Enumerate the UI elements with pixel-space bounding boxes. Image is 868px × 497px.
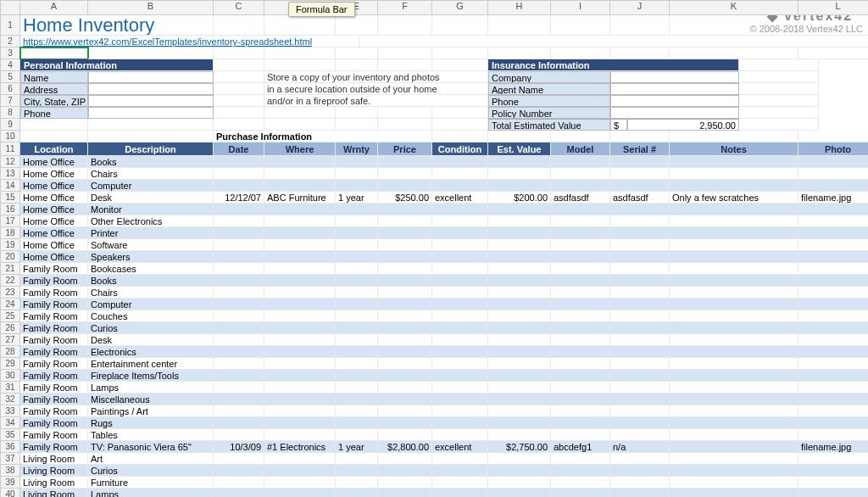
table-row[interactable]: 12Home OfficeBooks	[0, 156, 868, 168]
hdr-photo[interactable]: Photo	[798, 142, 868, 156]
table-row[interactable]: 18Home OfficePrinter	[0, 227, 868, 239]
table-row[interactable]: 23Family RoomChairs	[0, 287, 868, 299]
cell-model[interactable]	[551, 168, 610, 180]
cell-price[interactable]	[378, 156, 432, 168]
row-hdr[interactable]: 36	[0, 441, 20, 453]
cell-estvalue[interactable]	[488, 275, 551, 287]
hdr-location[interactable]: Location	[20, 142, 88, 156]
cell-estvalue[interactable]	[488, 382, 551, 394]
row-hdr[interactable]: 27	[0, 334, 20, 346]
col-hdr-K[interactable]: K	[670, 0, 798, 15]
cell-location[interactable]: Home Office	[20, 204, 88, 215]
row-8[interactable]: 8 Phone Policy Number	[0, 107, 868, 119]
cell-serial[interactable]	[610, 168, 670, 180]
cell-description[interactable]: Monitor	[88, 204, 214, 215]
cell-date[interactable]	[214, 310, 264, 322]
cell-date[interactable]	[214, 299, 264, 310]
cell-location[interactable]: Home Office	[20, 168, 88, 180]
cell-description[interactable]: Paintings / Art	[88, 405, 214, 417]
cell-where[interactable]	[264, 489, 336, 497]
cell-condition[interactable]	[432, 477, 488, 489]
cell-where[interactable]	[264, 465, 336, 477]
row-2[interactable]: 2 https://www.vertex42.com/ExcelTemplate…	[0, 36, 868, 47]
cell-notes[interactable]	[670, 204, 798, 215]
active-cell-A3[interactable]	[20, 47, 88, 59]
cell-wrnty[interactable]	[336, 322, 378, 334]
row-hdr-3[interactable]: 3	[0, 47, 20, 59]
cell-wrnty[interactable]	[336, 168, 378, 180]
cell-date[interactable]	[214, 287, 264, 299]
cell-where[interactable]	[264, 299, 336, 310]
cell-description[interactable]: Tables	[88, 429, 214, 441]
table-row[interactable]: 37Living RoomArt	[0, 453, 868, 465]
cell-condition[interactable]	[432, 299, 488, 310]
cell-condition[interactable]	[432, 310, 488, 322]
cell-notes[interactable]	[670, 358, 798, 370]
cell-price[interactable]	[378, 489, 432, 497]
cell-condition[interactable]	[432, 215, 488, 227]
row-hdr[interactable]: 37	[0, 453, 20, 465]
row-9[interactable]: 9 Total Estimated Value $ 2,950.00	[0, 119, 868, 131]
cell-estvalue[interactable]	[488, 429, 551, 441]
cell-photo[interactable]	[798, 215, 868, 227]
cell-where[interactable]	[264, 322, 336, 334]
cell-photo[interactable]	[798, 239, 868, 251]
table-row[interactable]: 38Living RoomCurios	[0, 465, 868, 477]
col-hdr-J[interactable]: J	[610, 0, 670, 15]
table-row[interactable]: 25Family RoomCouches	[0, 310, 868, 322]
cell-photo[interactable]	[798, 310, 868, 322]
cell-location[interactable]: Family Room	[20, 382, 88, 394]
cell-where[interactable]	[264, 417, 336, 429]
cell-serial[interactable]	[610, 322, 670, 334]
cell-location[interactable]: Living Room	[20, 453, 88, 465]
cell-condition[interactable]	[432, 180, 488, 192]
hdr-wrnty[interactable]: Wrnty	[336, 142, 378, 156]
cell-wrnty[interactable]	[336, 382, 378, 394]
cell-model[interactable]	[551, 251, 610, 263]
cell-photo[interactable]	[798, 382, 868, 394]
table-row[interactable]: 31Family RoomLamps	[0, 382, 868, 394]
cell-model[interactable]: asdfasdf	[551, 192, 610, 204]
cell-photo[interactable]	[798, 156, 868, 168]
cell-model[interactable]	[551, 405, 610, 417]
pi-name-input[interactable]	[88, 71, 214, 83]
cell-serial[interactable]	[610, 417, 670, 429]
cell-date[interactable]	[214, 489, 264, 497]
cell-location[interactable]: Family Room	[20, 299, 88, 310]
cell-description[interactable]: Other Electronics	[88, 215, 214, 227]
cell-wrnty[interactable]	[336, 370, 378, 382]
cell-location[interactable]: Family Room	[20, 263, 88, 275]
cell-where[interactable]	[264, 215, 336, 227]
cell-condition[interactable]: excellent	[432, 192, 488, 204]
cell-condition[interactable]	[432, 394, 488, 405]
cell-price[interactable]	[378, 227, 432, 239]
cell-wrnty[interactable]	[336, 405, 378, 417]
row-6[interactable]: 6 Address in a secure location outside o…	[0, 83, 868, 95]
table-row[interactable]: 16Home OfficeMonitor	[0, 204, 868, 215]
cell-photo[interactable]	[798, 275, 868, 287]
cell-where[interactable]	[264, 477, 336, 489]
cell-model[interactable]	[551, 180, 610, 192]
cell-model[interactable]: abcdefg1	[551, 441, 610, 453]
cell-model[interactable]	[551, 394, 610, 405]
cell-description[interactable]: Furniture	[88, 477, 214, 489]
cell-condition[interactable]	[432, 489, 488, 497]
cell-condition[interactable]	[432, 275, 488, 287]
cell-wrnty[interactable]	[336, 227, 378, 239]
cell-estvalue[interactable]	[488, 453, 551, 465]
cell-date[interactable]	[214, 477, 264, 489]
cell-model[interactable]	[551, 156, 610, 168]
cell-condition[interactable]	[432, 417, 488, 429]
cell-model[interactable]	[551, 346, 610, 358]
cell-serial[interactable]	[610, 453, 670, 465]
cell-serial[interactable]: n/a	[610, 441, 670, 453]
ins-agent-input[interactable]	[610, 83, 739, 95]
cell-estvalue[interactable]	[488, 251, 551, 263]
cell-where[interactable]	[264, 358, 336, 370]
row-7[interactable]: 7 City, State, ZIP and/or in a fireproof…	[0, 95, 868, 107]
cell-model[interactable]	[551, 204, 610, 215]
cell-price[interactable]	[378, 346, 432, 358]
cell-photo[interactable]	[798, 489, 868, 497]
cell-location[interactable]: Living Room	[20, 477, 88, 489]
cell-notes[interactable]	[670, 453, 798, 465]
